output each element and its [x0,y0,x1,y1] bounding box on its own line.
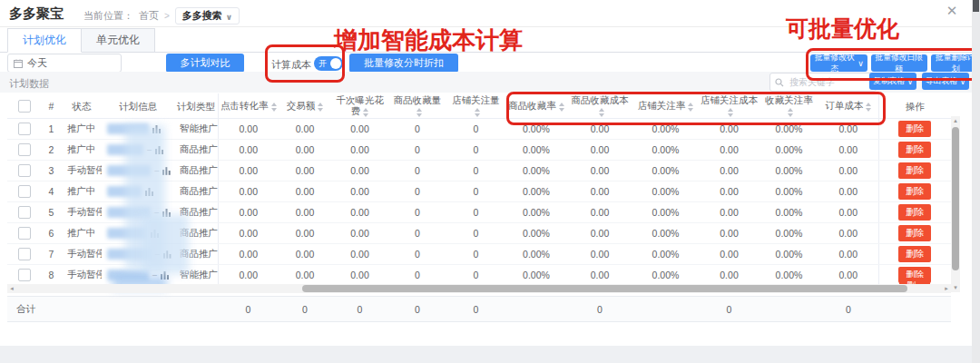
scroll-down-arrow-icon[interactable]: ▾ [951,283,960,292]
sort-icon[interactable] [788,108,793,117]
delete-button[interactable]: 删除 [898,142,931,158]
mini-chart-icon[interactable] [161,270,170,280]
batch-hourly-discount-button[interactable]: 批量修改分时折扣 [349,54,458,73]
row-checkbox[interactable] [18,269,31,281]
multi-plan-compare-button[interactable]: 多计划对比 [166,54,244,73]
sort-icon[interactable] [475,108,480,117]
metric-value: 0 [446,161,505,182]
scroll-right-arrow-icon[interactable]: ▸ [942,284,951,293]
sort-icon[interactable] [416,108,422,117]
page-scrollbar[interactable] [972,0,980,363]
metric-value: 0.00% [505,265,567,286]
plan-info-cell[interactable] [102,223,174,244]
metric-value: 0.00% [505,202,567,223]
action-cell: 删除 [878,161,951,182]
vertical-scrollbar[interactable]: ▴ ▾ [951,116,960,292]
date-range-input[interactable]: 今天 [7,54,122,73]
metric-value: 0.00 [218,182,279,202]
export-table-button[interactable]: 导出表格 [922,73,969,90]
horizontal-scroll-thumb[interactable] [302,285,907,292]
column-header[interactable]: 点击转化率 [218,93,279,119]
delete-button[interactable]: 删除 [898,204,931,221]
sort-icon[interactable] [559,103,564,112]
delete-button[interactable]: 删除 [898,225,931,241]
sort-icon[interactable] [599,108,604,117]
plan-info-cell[interactable]: – [102,244,174,265]
column-header[interactable]: 商品收藏率 [505,93,567,119]
metric-value: 0.00 [818,244,878,265]
mini-chart-icon[interactable] [163,250,172,259]
cost-toggle-switch[interactable]: 开 [314,56,343,71]
dash-mark: – [154,166,159,175]
breadcrumb-home[interactable]: 首页 [139,9,159,23]
sort-icon[interactable] [728,108,733,117]
row-checkbox[interactable] [18,143,31,156]
column-header[interactable]: 店铺关注率 [632,93,699,119]
column-header[interactable]: 商品收藏量 [388,93,446,119]
mini-chart-icon[interactable] [162,208,172,217]
page-scroll-thumb[interactable] [973,0,979,12]
column-header[interactable]: 收藏关注率 [760,93,818,119]
row-checkbox[interactable] [18,164,31,177]
row-checkbox[interactable] [18,185,31,198]
toggle-on-label: 开 [318,59,327,68]
search-input[interactable] [788,76,864,88]
vertical-scroll-thumb[interactable] [952,127,959,270]
delete-button[interactable]: 删除 [898,121,931,137]
mini-chart-icon[interactable] [151,229,160,238]
sort-icon[interactable] [363,108,368,117]
column-header[interactable]: 店铺关注成本 [699,93,760,119]
column-header-label: 交易额 [287,100,316,111]
row-checkbox[interactable] [18,123,31,135]
delete-button[interactable]: 删除 [898,246,931,262]
close-icon[interactable] [945,4,959,18]
summary-table: 合计00000000 [7,296,951,322]
tab-unit-optimize[interactable]: 单元优化 [82,28,155,53]
sort-icon[interactable] [271,103,277,112]
sort-icon[interactable] [688,103,693,112]
scroll-left-arrow-icon[interactable]: ◂ [7,284,16,293]
delete-button[interactable]: 删除 [898,183,931,200]
column-header[interactable]: 千次曝光花费 [331,93,388,119]
delete-button[interactable]: 删除 [898,162,931,179]
mini-chart-icon[interactable] [145,187,154,196]
mini-chart-icon[interactable] [162,166,172,175]
horizontal-scrollbar[interactable]: ◂ ▸ [7,284,951,293]
metric-value: 0 [446,182,505,202]
sort-icon[interactable] [866,103,871,112]
mini-chart-icon[interactable] [152,124,162,133]
row-index: 7 [41,244,62,265]
column-header[interactable]: 店铺关注量 [446,93,505,119]
batch-daily-limit-button[interactable]: 批量修改日限额 [871,54,927,72]
scroll-up-arrow-icon[interactable]: ▴ [951,116,960,125]
column-header-label: 千次曝光花费 [336,94,384,116]
plan-info-cell[interactable]: – [102,140,174,161]
metric-value: 0.00 [567,244,632,265]
plan-info-cell[interactable]: – [102,202,174,223]
plan-info-cell[interactable]: – [102,265,174,286]
plan-type: 智能推广 [174,265,218,286]
column-header[interactable]: 交易额 [279,93,331,119]
plan-info-cell[interactable] [102,119,174,140]
batch-status-button[interactable]: 批量修改状态 [810,54,867,72]
plan-info-cell[interactable]: – [102,161,174,182]
metric-value: 0 [446,223,505,244]
sort-icon[interactable] [318,103,323,112]
blurred-plan-name [107,186,142,197]
plan-type: 商品推广 [174,244,218,265]
row-checkbox[interactable] [18,206,31,219]
metric-value: 0.00% [760,119,818,140]
column-header[interactable]: 订单成本 [818,93,878,119]
row-checkbox[interactable] [18,248,31,260]
page-bottom-strip [0,346,980,363]
plan-info-cell[interactable] [102,182,174,202]
breadcrumb-current-select[interactable]: 多多搜索 [175,7,240,25]
row-checkbox[interactable] [18,227,31,240]
select-all-checkbox[interactable] [18,100,31,113]
copy-table-button[interactable]: 复制表格 [869,73,916,90]
tab-plan-optimize[interactable]: 计划优化 [7,28,82,53]
mini-chart-icon[interactable] [155,145,164,154]
metric-value: 0.00% [760,182,818,202]
column-header[interactable]: 商品收藏成本 [567,93,632,119]
column-header-label: # [49,101,54,112]
